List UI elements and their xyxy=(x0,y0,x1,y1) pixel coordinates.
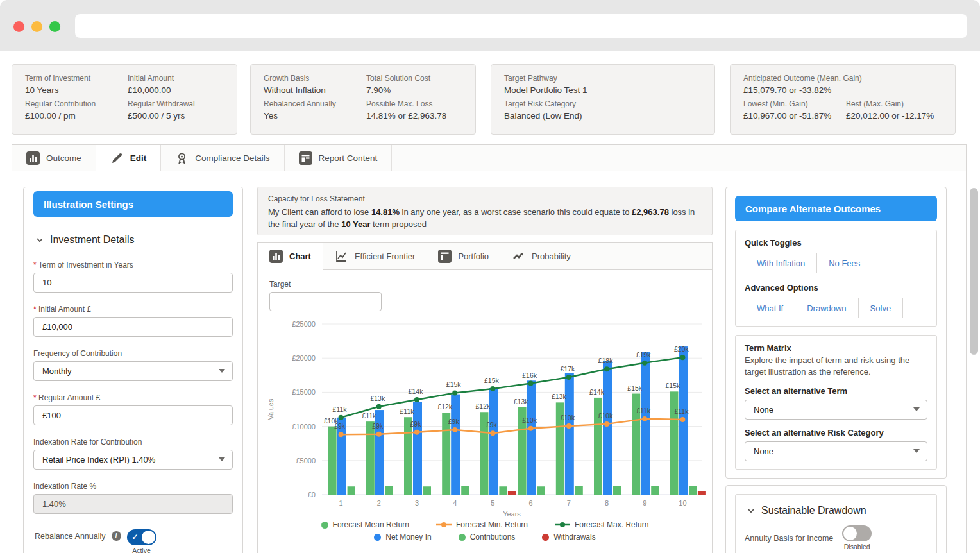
regular-amount-input[interactable] xyxy=(33,405,233,425)
pencil-icon xyxy=(110,151,124,165)
svg-text:5: 5 xyxy=(491,499,494,507)
chevron-down-icon xyxy=(36,236,44,244)
forecast-chart-canvas: £0£5000£10000£15000£20000£25000ValuesYea… xyxy=(263,318,707,519)
legend-row: Net Money InContributionsWithdrawals xyxy=(374,532,595,541)
scrollbar-track[interactable] xyxy=(967,51,980,553)
loss-statement-text: My Client can afford to lose 14.81% in a… xyxy=(268,206,702,230)
investment-details-section-toggle[interactable]: Investment Details xyxy=(33,234,233,246)
field-value: £100.00 / pm xyxy=(25,110,121,121)
field-label: Best (Max. Gain) xyxy=(846,99,942,109)
no-fees-button[interactable]: No Fees xyxy=(817,253,872,273)
svg-text:£19k: £19k xyxy=(636,351,652,359)
alternative-term-select-value[interactable] xyxy=(745,400,927,420)
summary-card-outcome: Anticipated Outcome (Mean. Gain)£15,079.… xyxy=(730,64,956,135)
frequency-select[interactable] xyxy=(33,361,233,381)
section-title: Sustainable Drawdown xyxy=(761,505,866,516)
svg-text:3: 3 xyxy=(415,499,419,507)
tab-probability[interactable]: Probability xyxy=(500,243,582,269)
svg-text:7: 7 xyxy=(567,499,571,507)
frequency-select-value[interactable] xyxy=(33,361,233,381)
chart-tabbar: Chart Efficient Frontier Portfolio xyxy=(258,243,712,270)
tab-label: Compliance Details xyxy=(195,153,269,163)
tab-compliance-details[interactable]: Compliance Details xyxy=(161,145,284,171)
window-close-button[interactable] xyxy=(13,21,24,32)
bar-chart-icon xyxy=(269,250,283,263)
svg-text:£11k: £11k xyxy=(674,407,689,415)
legend-label: Net Money In xyxy=(385,532,431,541)
scrollbar-thumb[interactable] xyxy=(970,188,978,355)
compare-outcomes-column: Compare Alternate Outcomes Quick Toggles… xyxy=(725,187,947,553)
field-label: Target Pathway xyxy=(504,74,702,83)
legend-item[interactable]: Forecast Max. Return xyxy=(555,520,648,529)
svg-text:£0: £0 xyxy=(308,491,316,498)
legend-item[interactable]: Forecast Min. Return xyxy=(436,520,528,529)
loss-text-part: term proposed xyxy=(371,219,427,229)
annuity-basis-toggle[interactable] xyxy=(842,525,872,541)
tab-label: Chart xyxy=(289,251,311,261)
solve-button[interactable]: Solve xyxy=(859,298,904,318)
field-value: 7.90% xyxy=(366,85,462,96)
sustainable-drawdown-section-toggle[interactable]: Sustainable Drawdown xyxy=(745,505,927,516)
svg-text:6: 6 xyxy=(529,499,533,507)
info-icon[interactable] xyxy=(112,531,121,541)
legend-item[interactable]: Net Money In xyxy=(374,532,431,541)
indexation-rate-select-value[interactable] xyxy=(33,450,233,470)
browser-chrome xyxy=(0,0,980,51)
svg-text:9: 9 xyxy=(643,499,646,507)
chart-panel: Chart Efficient Frontier Portfolio xyxy=(257,242,713,553)
initial-amount-input[interactable] xyxy=(33,317,233,337)
svg-text:£14k: £14k xyxy=(409,387,424,395)
svg-text:2: 2 xyxy=(377,499,381,507)
summary-card-target: Target PathwayModel Portfolio Test 1 Tar… xyxy=(491,64,715,135)
svg-text:Values: Values xyxy=(267,398,275,420)
tab-chart[interactable]: Chart xyxy=(258,243,323,269)
field-value: 14.81% or £2,963.78 xyxy=(366,110,462,121)
with-inflation-button[interactable]: With Inflation xyxy=(745,253,817,273)
field-value: £500.00 / 5 yrs xyxy=(128,110,224,121)
indexation-rate-select[interactable] xyxy=(33,450,233,470)
field-value: £10,000.00 xyxy=(128,85,224,96)
target-input[interactable] xyxy=(269,292,382,311)
tab-edit[interactable]: Edit xyxy=(96,145,162,171)
alternative-risk-select[interactable] xyxy=(745,441,927,461)
alternative-term-select[interactable] xyxy=(745,400,927,420)
sustainable-drawdown-box: Sustainable Drawdown Annuity Basis for I… xyxy=(735,494,937,553)
trend-arrow-icon xyxy=(512,250,525,263)
address-bar[interactable] xyxy=(75,14,967,38)
legend-item[interactable]: Contributions xyxy=(459,532,516,541)
svg-text:£10k: £10k xyxy=(560,414,575,421)
legend-label: Forecast Min. Return xyxy=(456,520,528,529)
annuity-basis-label: Annuity Basis for Income xyxy=(745,534,833,543)
svg-text:£25000: £25000 xyxy=(292,320,316,328)
what-if-button[interactable]: What If xyxy=(745,298,795,318)
tab-label: Outcome xyxy=(46,153,81,163)
tab-label: Portfolio xyxy=(458,251,489,261)
svg-text:£13k: £13k xyxy=(370,395,385,402)
svg-text:£20k: £20k xyxy=(674,345,689,353)
alternative-risk-label: Select an alternative Risk Category xyxy=(745,428,927,438)
term-matrix-description: Explore the impact of term and risk usin… xyxy=(745,355,927,378)
legend-dot-marker xyxy=(374,534,381,541)
window-zoom-button[interactable] xyxy=(49,21,60,32)
layout-icon xyxy=(299,151,312,165)
tab-efficient-frontier[interactable]: Efficient Frontier xyxy=(323,243,427,269)
legend-dot-marker xyxy=(321,522,328,529)
tab-portfolio[interactable]: Portfolio xyxy=(427,243,500,269)
compare-alternate-outcomes-card: Compare Alternate Outcomes Quick Toggles… xyxy=(725,187,947,479)
svg-text:£15k: £15k xyxy=(446,380,462,388)
rebalance-annually-toggle[interactable]: ✓ xyxy=(127,529,156,545)
legend-item[interactable]: Withdrawals xyxy=(542,532,595,541)
rebalance-annually-label: Rebalance Annually xyxy=(35,529,106,541)
tab-outcome[interactable]: Outcome xyxy=(12,145,96,171)
tab-report-content[interactable]: Report Content xyxy=(285,145,393,171)
svg-text:£18k: £18k xyxy=(598,357,614,364)
term-of-investment-input[interactable] xyxy=(33,273,233,293)
legend-item[interactable]: Forecast Mean Return xyxy=(321,520,409,529)
alternative-risk-select-value[interactable] xyxy=(745,441,927,461)
field-label: Term of Investment xyxy=(25,74,121,83)
loss-text-bold: 14.81% xyxy=(371,207,400,217)
window-minimize-button[interactable] xyxy=(31,21,42,32)
indexation-rate-contribution-label: Indexation Rate for Contribution xyxy=(33,438,233,447)
legend-dot-marker xyxy=(459,534,466,541)
drawdown-button[interactable]: Drawdown xyxy=(795,298,858,318)
